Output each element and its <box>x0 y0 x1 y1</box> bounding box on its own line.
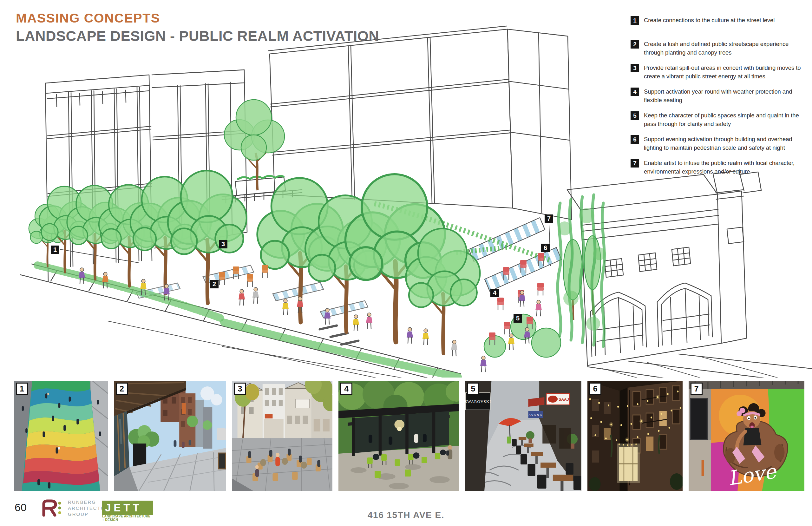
list-item-text: Support activation year round with weath… <box>644 87 792 104</box>
sketch-marker-3: 3 <box>219 240 228 248</box>
saaj-sign-text: SAAJ <box>559 397 569 402</box>
photo-4-image <box>338 381 459 491</box>
page-title: MASSING CONCEPTS <box>16 11 379 26</box>
avana-sign-text: AVANA <box>529 413 543 416</box>
photo-love-mural: Love 7 <box>688 381 804 491</box>
sketch-marker-6: 6 <box>541 244 550 252</box>
title-block: MASSING CONCEPTS LANDSCAPE DESIGN - PUBL… <box>16 11 379 44</box>
list-item-text: Create connections to the culture at the… <box>644 16 774 25</box>
photo-laneway-cafe: SWAROVSKI SAAJ AVANA <box>465 381 581 491</box>
project-address: 416 15TH AVE E. <box>368 510 444 520</box>
photo-glass-pavilion: 4 <box>338 381 459 491</box>
jett-logo-tagline: LANDSCAPE ARCHITECTURE + DESIGN <box>102 515 153 521</box>
jett-logo: JETT LANDSCAPE ARCHITECTURE + DESIGN <box>102 501 153 521</box>
presentation-page: { "page": { "title": "MASSING CONCEPTS",… <box>0 0 812 526</box>
list-item: 4 Support activation year round with wea… <box>630 87 810 104</box>
list-item: 6 Support evening activation through bui… <box>630 135 810 152</box>
list-item-number: 6 <box>630 135 639 144</box>
photo-number-badge: 1 <box>16 383 28 395</box>
list-item-number: 7 <box>630 159 639 168</box>
list-item-text: Keep the character of public spaces simp… <box>644 111 799 128</box>
list-item-text: Enable artist to infuse the public realm… <box>644 159 795 176</box>
list-item-number: 4 <box>630 88 639 96</box>
sketch-marker-4: 4 <box>490 289 499 297</box>
photo-number-badge: 7 <box>691 383 702 395</box>
list-item: 1 Create connections to the culture at t… <box>630 16 810 33</box>
page-number: 60 <box>15 501 27 514</box>
photo-night-alley-lights: 6 <box>588 381 683 491</box>
photo-2-image <box>114 381 226 491</box>
photo-6-image <box>588 381 683 491</box>
list-item-text: Create a lush and defined public streets… <box>644 40 788 57</box>
photo-7-image: Love <box>688 381 804 491</box>
list-item: 5 Keep the character of public spaces si… <box>630 111 810 128</box>
list-item-number: 3 <box>630 64 639 72</box>
list-item-text: Provide retail spill-out areas in concer… <box>644 63 801 81</box>
sketch-marker-7: 7 <box>545 214 553 223</box>
photo-5-image: SWAROVSKI SAAJ AVANA <box>465 381 581 491</box>
list-item-number: 2 <box>630 40 639 48</box>
list-item: 3 Provide retail spill-out areas in conc… <box>630 63 810 81</box>
list-item: 7 Enable artist to infuse the public rea… <box>630 159 810 176</box>
jett-logo-wordmark: JETT <box>102 501 153 515</box>
runberg-logo-mark <box>40 499 65 517</box>
list-item-text: Support evening activation through build… <box>644 135 792 152</box>
list-item-number: 1 <box>630 16 639 25</box>
list-item-number: 5 <box>630 111 639 120</box>
design-principles-list: 1 Create connections to the culture at t… <box>630 16 810 176</box>
sketch-marker-2: 2 <box>210 280 219 288</box>
photo-street-cafe: 3 <box>232 381 332 491</box>
sketch-marker-5: 5 <box>513 314 522 323</box>
photo-number-badge: 5 <box>467 383 479 395</box>
photo-rainbow-street-mural: 1 <box>14 381 108 491</box>
photo-number-badge: 2 <box>116 383 128 395</box>
page-subtitle: LANDSCAPE DESIGN - PUBLIC REALM ACTIVATI… <box>16 28 379 44</box>
photo-number-badge: 6 <box>589 383 601 395</box>
list-item: 2 Create a lush and defined public stree… <box>630 40 810 57</box>
sketch-marker-1: 1 <box>51 245 59 254</box>
photo-number-badge: 4 <box>340 383 352 395</box>
precedent-photo-strip: 1 <box>14 381 804 491</box>
photo-3-image <box>232 381 332 491</box>
photo-canopy-sidewalk: 2 <box>114 381 226 491</box>
photo-1-image <box>14 381 108 491</box>
photo-number-badge: 3 <box>234 383 246 395</box>
swarovski-sign-text: SWAROVSKI <box>465 399 491 404</box>
